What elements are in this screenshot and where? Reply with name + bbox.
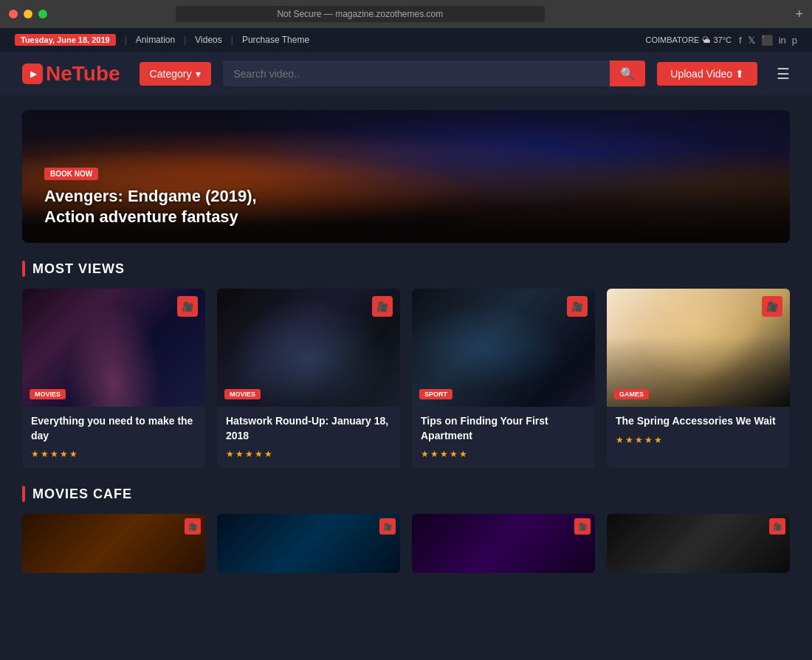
top-bar-right: COIMBATORE 🌥 37°C f 𝕏 ⬛ in p (646, 35, 798, 46)
social-facebook[interactable]: f (739, 35, 742, 46)
category-label: Category (150, 68, 192, 80)
video-info-3: Tips on Finding Your First Apartment ★★★… (412, 407, 595, 468)
browser-dot-green[interactable] (38, 10, 47, 18)
video-card-2[interactable]: 🎥 MOVIES Hatswork Round-Up: January 18, … (217, 289, 400, 468)
search-bar: 🔍 (223, 61, 645, 86)
video-category-4: GAMES (614, 389, 649, 399)
social-pinterest[interactable]: p (792, 35, 797, 46)
video-camera-icon-1: 🎥 (177, 296, 198, 317)
video-card-1[interactable]: 🎥 MOVIES Everything you need to make the… (22, 289, 205, 468)
video-card-3[interactable]: 🎥 SPORT Tips on Finding Your First Apart… (412, 289, 595, 468)
video-camera-icon-2: 🎥 (372, 296, 393, 317)
hero-banner[interactable]: BOOK NOW Avengers: Endgame (2019), Actio… (22, 110, 790, 243)
movies-cafe-title: MOVIES CAFE (32, 487, 132, 502)
social-links: f 𝕏 ⬛ in p (739, 35, 797, 46)
movies-cafe-badge-1: 🎥 (185, 518, 201, 534)
social-instagram[interactable]: ⬛ (761, 35, 773, 46)
logo-text-tube: Tube (72, 62, 120, 85)
movies-cafe-grid: 🎥 🎥 🎥 🎥 (22, 514, 790, 573)
hero-title: Avengers: Endgame (2019), Action adventu… (44, 186, 768, 228)
category-button[interactable]: Category ▾ (140, 62, 212, 86)
most-views-grid: 🎥 MOVIES Everything you need to make the… (22, 289, 790, 468)
add-tab-button[interactable]: + (795, 7, 803, 22)
video-thumb-2: 🎥 MOVIES (217, 289, 400, 407)
video-info-1: Everything you need to make the day ★★★★… (22, 407, 205, 468)
movies-cafe-badge-4: 🎥 (769, 518, 785, 534)
movies-cafe-card-3[interactable]: 🎥 (412, 514, 595, 573)
video-category-2: MOVIES (224, 389, 261, 399)
browser-dot-yellow[interactable] (24, 10, 32, 18)
movies-section-bar (22, 486, 25, 502)
address-bar[interactable]: Not Secure — magazine.zozothemes.com (176, 6, 545, 22)
search-input[interactable] (223, 62, 610, 86)
hamburger-menu-icon[interactable]: ☰ (777, 65, 790, 83)
video-category-1: MOVIES (30, 389, 66, 399)
movies-cafe-card-2[interactable]: 🎥 (217, 514, 400, 573)
video-category-3: SPORT (419, 389, 453, 399)
hero-badge[interactable]: BOOK NOW (44, 168, 98, 180)
location-text: COIMBATORE (646, 35, 700, 44)
video-info-2: Hatswork Round-Up: January 18, 2018 ★★★★… (217, 407, 400, 468)
most-views-section-header: MOST VIEWS (22, 261, 790, 277)
upload-video-button[interactable]: Upload Video ⬆ (657, 62, 757, 86)
browser-dot-red[interactable] (9, 10, 18, 18)
video-stars-2: ★★★★★ (226, 449, 391, 459)
temp-text: 37°C (713, 35, 732, 44)
video-title-3: Tips on Finding Your First Apartment (421, 414, 586, 443)
most-views-title: MOST VIEWS (32, 261, 125, 277)
social-twitter[interactable]: 𝕏 (748, 35, 755, 46)
weather-icon: 🌥 (702, 35, 710, 44)
video-card-4[interactable]: 🎥 GAMES The Spring Accessories We Wait ★… (607, 289, 790, 468)
browser-chrome: Not Secure — magazine.zozothemes.com + (0, 0, 812, 28)
video-camera-icon-4: 🎥 (762, 296, 782, 317)
video-title-4: The Spring Accessories We Wait (616, 414, 781, 429)
video-stars-3: ★★★★★ (421, 449, 586, 459)
header: NeTube Category ▾ 🔍 Upload Video ⬆ ☰ (0, 52, 812, 95)
social-linkedin[interactable]: in (779, 35, 786, 46)
movies-cafe-section-header: MOVIES CAFE (22, 486, 790, 502)
logo[interactable]: NeTube (22, 62, 120, 86)
main-content: BOOK NOW Avengers: Endgame (2019), Actio… (0, 110, 812, 573)
section-bar (22, 261, 25, 277)
video-thumb-3: 🎥 SPORT (412, 289, 595, 407)
chevron-down-icon: ▾ (196, 68, 201, 80)
video-info-4: The Spring Accessories We Wait ★★★★★ (607, 407, 790, 454)
topbar-link-videos[interactable]: Videos (195, 35, 221, 45)
video-thumb-1: 🎥 MOVIES (22, 289, 205, 407)
top-bar: Tuesday, June 18, 2019 | Animation | Vid… (0, 28, 812, 52)
upload-label: Upload Video ⬆ (670, 68, 744, 80)
video-stars-1: ★★★★★ (31, 449, 196, 459)
date-badge: Tuesday, June 18, 2019 (15, 34, 116, 46)
video-title-2: Hatswork Round-Up: January 18, 2018 (226, 414, 391, 443)
video-camera-icon-3: 🎥 (567, 296, 588, 317)
logo-text-ne: Ne (46, 62, 72, 85)
topbar-link-purchase[interactable]: Purchase Theme (242, 35, 309, 45)
movies-cafe-card-4[interactable]: 🎥 (607, 514, 790, 573)
logo-text: NeTube (46, 62, 120, 86)
movies-cafe-badge-2: 🎥 (379, 518, 396, 534)
video-stars-4: ★★★★★ (616, 435, 781, 445)
topbar-link-animation[interactable]: Animation (136, 35, 175, 45)
search-button[interactable]: 🔍 (610, 61, 645, 86)
video-thumb-4: 🎥 GAMES (607, 289, 790, 407)
weather-info: COIMBATORE 🌥 37°C (646, 35, 732, 44)
video-title-1: Everything you need to make the day (31, 414, 196, 443)
movies-cafe-badge-3: 🎥 (574, 518, 591, 534)
logo-icon (22, 63, 43, 84)
hero-overlay: BOOK NOW Avengers: Endgame (2019), Actio… (22, 151, 790, 243)
search-icon: 🔍 (620, 67, 635, 80)
movies-cafe-card-1[interactable]: 🎥 (22, 514, 205, 573)
